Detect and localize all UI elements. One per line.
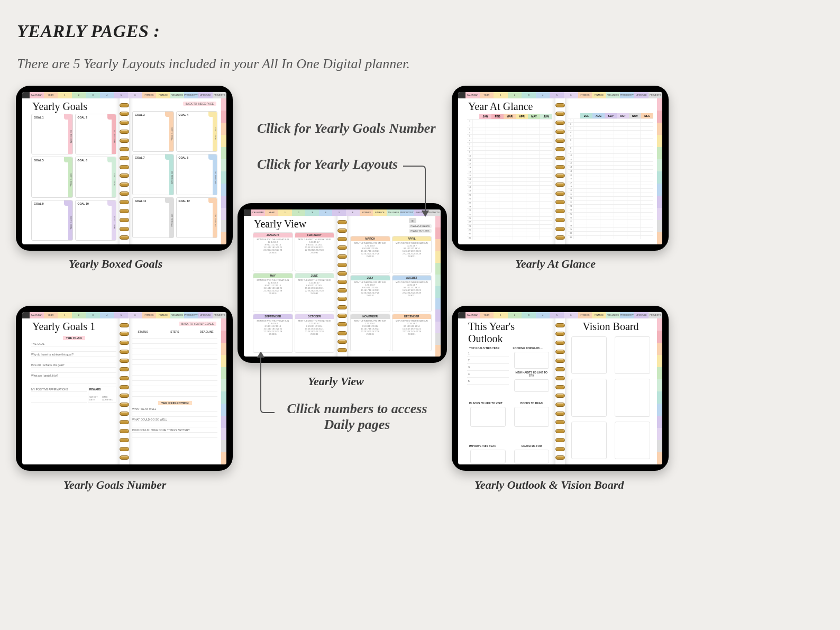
tab-calendar[interactable]: CALENDAR xyxy=(251,209,265,216)
side-tab-jul[interactable] xyxy=(221,171,226,184)
month-september[interactable]: SEPTEMBERMON TUE WED THU FRI SAT SUN1 2 … xyxy=(253,314,293,353)
side-tab-sep[interactable] xyxy=(657,416,662,428)
side-tab-feb[interactable] xyxy=(657,331,662,343)
tab-fitness[interactable]: FITNESS xyxy=(142,92,157,98)
tab-finance[interactable]: FINANCE xyxy=(592,92,606,98)
side-tab-nov[interactable] xyxy=(221,220,226,232)
goal-box-5[interactable]: GOAL 5GO TO GOAL xyxy=(31,157,73,197)
tab-4[interactable]: 4 xyxy=(319,209,333,216)
side-tab-jul[interactable] xyxy=(221,391,226,404)
tab-productivity[interactable]: PRODUCTIVITY xyxy=(620,92,634,98)
goal-box-10[interactable]: GOAL 10GO TO GOAL xyxy=(75,200,117,241)
tab-projects[interactable]: PROJECTS xyxy=(213,312,226,318)
side-tab-oct[interactable] xyxy=(435,322,441,333)
side-tab-jul[interactable] xyxy=(657,171,662,184)
tab-fitness[interactable]: FITNESS xyxy=(578,312,592,318)
side-tabs[interactable] xyxy=(435,216,441,357)
tab-calendar[interactable]: CALENDAR xyxy=(30,312,44,318)
side-tab-nov[interactable] xyxy=(221,440,226,452)
side-tab-dec[interactable] xyxy=(435,345,441,357)
tab-5[interactable]: 5 xyxy=(550,312,564,318)
side-tab-aug[interactable] xyxy=(657,184,662,196)
tab-fitness[interactable]: FITNESS xyxy=(142,312,157,318)
tab-calendar[interactable]: CALENDAR xyxy=(465,312,480,318)
top-tabs[interactable]: CALENDARYEAR123456FITNESSFINANCEWELLNESS… xyxy=(458,92,662,98)
side-tab-aug[interactable] xyxy=(435,298,441,309)
tab-productivity[interactable]: PRODUCTIVITY xyxy=(184,312,198,318)
tab-lifestyle[interactable]: LIFESTYLE xyxy=(634,312,649,318)
side-tab-jan[interactable] xyxy=(435,216,441,227)
goal-box-4[interactable]: GOAL 4GO TO GOAL xyxy=(176,111,218,152)
tab-3[interactable]: 3 xyxy=(305,209,319,216)
tab-fitness[interactable]: FITNESS xyxy=(360,209,373,216)
side-tab-jun[interactable] xyxy=(435,275,441,286)
tab-calendar[interactable]: CALENDAR xyxy=(30,92,44,98)
side-tab-jan[interactable] xyxy=(221,318,226,331)
side-tab-feb[interactable] xyxy=(657,111,662,123)
goal-box-8[interactable]: GOAL 8GO TO GOAL xyxy=(176,154,218,195)
side-tab-aug[interactable] xyxy=(221,404,226,416)
side-tab-mar[interactable] xyxy=(435,239,441,251)
side-tab-dec[interactable] xyxy=(657,232,662,244)
tab-4[interactable]: 4 xyxy=(100,92,114,98)
side-tab-apr[interactable] xyxy=(435,251,441,263)
side-tab-mar[interactable] xyxy=(657,343,662,355)
month-november[interactable]: NOVEMBERMON TUE WED THU FRI SAT SUN1 2 3… xyxy=(350,314,390,351)
month-july[interactable]: JULYMON TUE WED THU FRI SAT SUN1 2 3 4 5… xyxy=(350,275,390,313)
month-october[interactable]: OCTOBERMON TUE WED THU FRI SAT SUN1 2 3 … xyxy=(295,314,335,353)
goal-box-6[interactable]: GOAL 6GO TO GOAL xyxy=(75,157,117,197)
top-tabs[interactable]: CALENDARYEAR123456FITNESSFINANCEWELLNESS… xyxy=(458,312,662,318)
tab-2[interactable]: 2 xyxy=(72,92,86,98)
side-tab-jul[interactable] xyxy=(435,286,441,298)
tab-projects[interactable]: PROJECTS xyxy=(649,92,662,98)
goal-box-3[interactable]: GOAL 3GO TO GOAL xyxy=(132,111,174,152)
tab-1[interactable]: 1 xyxy=(278,209,292,216)
tab-wellness[interactable]: WELLNESS xyxy=(387,209,400,216)
side-tab-sep[interactable] xyxy=(221,416,226,428)
side-tab-oct[interactable] xyxy=(657,428,662,440)
goal-box-7[interactable]: GOAL 7GO TO GOAL xyxy=(132,154,174,195)
tab-5[interactable]: 5 xyxy=(114,312,128,318)
tab-1[interactable]: 1 xyxy=(494,312,508,318)
side-tab-apr[interactable] xyxy=(221,355,226,367)
tab-year[interactable]: YEAR xyxy=(44,312,58,318)
side-tab-nov[interactable] xyxy=(435,333,441,345)
tab-wellness[interactable]: WELLNESS xyxy=(606,312,620,318)
side-tab-aug[interactable] xyxy=(657,404,662,416)
side-tab-jun[interactable] xyxy=(657,379,662,391)
side-tab-jul[interactable] xyxy=(657,391,662,404)
side-tabs[interactable] xyxy=(657,318,662,464)
tab-projects[interactable]: PROJECTS xyxy=(213,92,226,98)
side-tab-apr[interactable] xyxy=(221,135,226,147)
tab-1[interactable]: 1 xyxy=(494,92,508,98)
tab-2[interactable]: 2 xyxy=(72,312,86,318)
side-tab-oct[interactable] xyxy=(221,428,226,440)
tab-1[interactable]: 1 xyxy=(58,312,72,318)
tab-3[interactable]: 3 xyxy=(86,312,100,318)
tab-wellness[interactable]: WELLNESS xyxy=(170,92,185,98)
tab-5[interactable]: 5 xyxy=(114,92,128,98)
goal-box-1[interactable]: GOAL 1GO TO GOAL xyxy=(31,114,73,154)
side-tab-mar[interactable] xyxy=(221,343,226,355)
menu-yearly-outlook[interactable]: YEARLY OUTLOOK xyxy=(409,229,432,233)
tab-finance[interactable]: FINANCE xyxy=(592,312,606,318)
tab-3[interactable]: 3 xyxy=(86,92,100,98)
tab-6[interactable]: 6 xyxy=(128,92,142,98)
side-tab-sep[interactable] xyxy=(435,309,441,321)
side-tab-oct[interactable] xyxy=(657,208,662,220)
side-tab-nov[interactable] xyxy=(657,440,662,452)
side-tab-feb[interactable] xyxy=(221,111,226,123)
tab-3[interactable]: 3 xyxy=(522,312,536,318)
tab-fitness[interactable]: FITNESS xyxy=(578,92,592,98)
tab-6[interactable]: 6 xyxy=(128,312,142,318)
tab-year[interactable]: YEAR xyxy=(44,92,58,98)
top-tabs[interactable]: CALENDARYEAR123456FITNESSFINANCEWELLNESS… xyxy=(22,92,226,98)
tab-productivity[interactable]: PRODUCTIVITY xyxy=(620,312,634,318)
side-tab-dec[interactable] xyxy=(221,232,226,244)
month-june[interactable]: JUNEMON TUE WED THU FRI SAT SUN1 2 3 4 5… xyxy=(295,273,335,312)
tab-4[interactable]: 4 xyxy=(536,312,550,318)
month-march[interactable]: MARCHMON TUE WED THU FRI SAT SUN1 2 3 4 … xyxy=(350,236,390,273)
tab-2[interactable]: 2 xyxy=(508,92,522,98)
tab-finance[interactable]: FINANCE xyxy=(156,92,170,98)
side-tab-may[interactable] xyxy=(221,367,226,379)
